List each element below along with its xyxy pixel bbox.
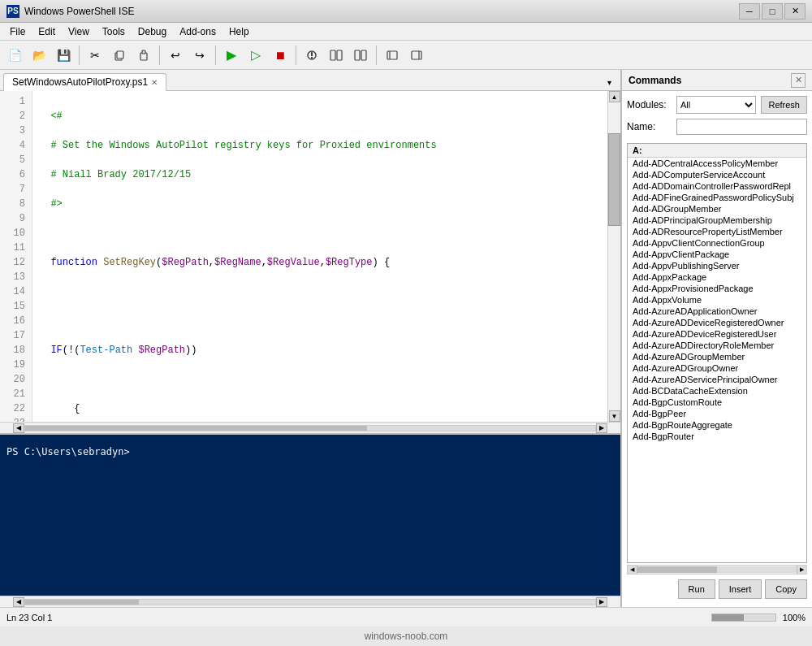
list-item[interactable]: Add-BgpPeer: [628, 408, 806, 419]
commands-panel: Commands ✕ Modules: All ActiveDirectory …: [621, 70, 812, 607]
menu-edit[interactable]: Edit: [32, 24, 62, 39]
list-item[interactable]: Add-AzureADDirectoryRoleMember: [628, 340, 806, 351]
cut-button[interactable]: ✂: [84, 44, 106, 67]
scroll-down-arrow[interactable]: ▼: [609, 410, 620, 422]
menu-view[interactable]: View: [62, 24, 96, 39]
line-num: 10: [3, 226, 25, 241]
list-item[interactable]: Add-AppxPackage: [628, 271, 806, 283]
toolbar-btn-2[interactable]: [325, 44, 348, 67]
line-num: 22: [3, 401, 25, 416]
list-item[interactable]: Add-ADPrincipalGroupMembership: [628, 215, 806, 226]
stop-button[interactable]: ⏹: [269, 44, 292, 67]
toolbar-btn-1[interactable]: [300, 44, 323, 67]
list-item[interactable]: Add-AzureADApplicationOwner: [628, 306, 806, 317]
list-item[interactable]: Add-ADGroupMember: [628, 203, 806, 215]
menu-help[interactable]: Help: [222, 24, 256, 39]
scroll-track[interactable]: [608, 102, 620, 410]
scroll-left-arrow[interactable]: ◀: [13, 423, 24, 433]
horizontal-scrollbar[interactable]: ◀ ▶: [0, 422, 620, 433]
list-item[interactable]: Add-ADCentralAccessPolicyMember: [628, 158, 806, 169]
menu-tools[interactable]: Tools: [96, 24, 132, 39]
undo-button[interactable]: ↩: [164, 44, 187, 67]
tab-close-button[interactable]: ✕: [151, 78, 158, 87]
console-horizontal-scrollbar[interactable]: ◀ ▶: [0, 596, 620, 607]
save-button[interactable]: 💾: [52, 44, 75, 67]
code-content[interactable]: <# # Set the Windows AutoPilot registry …: [32, 91, 607, 422]
line-num: 17: [3, 328, 25, 343]
vertical-scrollbar[interactable]: ▲ ▼: [607, 91, 620, 422]
hscroll-thumb[interactable]: [25, 426, 367, 431]
tab-scroll-right[interactable]: ▾: [601, 74, 617, 90]
list-item[interactable]: Add-AzureADServicePrincipalOwner: [628, 374, 806, 385]
list-item[interactable]: Add-AppvClientPackage: [628, 249, 806, 260]
copy-button[interactable]: [108, 44, 131, 67]
svg-rect-6: [311, 57, 313, 59]
list-item[interactable]: Add-BgpRouter: [628, 431, 806, 442]
list-item[interactable]: Add-AzureADDeviceRegisteredOwner: [628, 317, 806, 328]
insert-cmd-button[interactable]: Insert: [719, 579, 762, 599]
console-prompt: PS C:\Users\sebradyn>: [6, 438, 614, 459]
name-input[interactable]: [676, 119, 807, 135]
toolbar-btn-3[interactable]: [349, 44, 372, 67]
list-item[interactable]: Add-AppxProvisionedPackage: [628, 283, 806, 294]
list-item[interactable]: Add-ADFineGrainedPasswordPolicySubj: [628, 192, 806, 203]
run-button[interactable]: ▶: [220, 44, 243, 67]
run-cmd-button[interactable]: Run: [678, 579, 715, 599]
list-hscroll-track[interactable]: [637, 566, 797, 573]
list-item[interactable]: Add-BgpRouteAggregate: [628, 419, 806, 431]
console-hscroll-track[interactable]: [24, 599, 596, 605]
scroll-up-arrow[interactable]: ▲: [609, 91, 620, 102]
redo-button[interactable]: ↪: [188, 44, 211, 67]
line-num: 12: [3, 255, 25, 270]
list-item[interactable]: Add-AppvPublishingServer: [628, 260, 806, 271]
code-scroll[interactable]: 1 2 3 4 5 6 7 8 9 10 11 12 13 14: [0, 91, 607, 422]
toolbar-btn-5[interactable]: [405, 44, 428, 67]
list-item[interactable]: Add-AzureADDeviceRegisteredUser: [628, 328, 806, 340]
list-scroll-left[interactable]: ◀: [628, 566, 637, 574]
line-num: 11: [3, 241, 25, 255]
new-button[interactable]: 📄: [3, 44, 26, 67]
modules-select[interactable]: All ActiveDirectory AppLocker: [676, 96, 756, 114]
run-selection-button[interactable]: ▷: [244, 44, 267, 67]
line-num: 18: [3, 343, 25, 358]
list-item[interactable]: Add-BCDataCacheExtension: [628, 385, 806, 397]
console-scroll-right[interactable]: ▶: [596, 597, 607, 607]
scroll-thumb[interactable]: [608, 133, 620, 226]
menu-debug[interactable]: Debug: [132, 24, 173, 39]
list-item[interactable]: Add-AppvClientConnectionGroup: [628, 237, 806, 249]
list-item[interactable]: Add-ADResourcePropertyListMember: [628, 226, 806, 237]
hscroll-track[interactable]: [24, 425, 596, 431]
list-scroll-right[interactable]: ▶: [797, 566, 806, 574]
close-button[interactable]: ✕: [784, 3, 806, 20]
command-list[interactable]: A: Add-ADCentralAccessPolicyMember Add-A…: [627, 143, 807, 563]
list-item[interactable]: Add-ADDomainControllerPasswordRepl: [628, 180, 806, 192]
separator-2: [159, 46, 160, 65]
console-hscroll-thumb[interactable]: [25, 600, 139, 605]
console-area[interactable]: PS C:\Users\sebradyn>: [0, 433, 620, 596]
menu-file[interactable]: File: [3, 24, 32, 39]
svg-rect-8: [337, 50, 342, 60]
list-item[interactable]: Add-AzureADGroupOwner: [628, 362, 806, 374]
editor-tab[interactable]: SetWindowsAutoPilotProxy.ps1 ✕: [3, 73, 166, 91]
list-item[interactable]: Add-BgpCustomRoute: [628, 397, 806, 408]
open-button[interactable]: 📂: [28, 44, 50, 67]
command-list-header: A:: [628, 144, 806, 158]
title-bar: PS Windows PowerShell ISE ─ □ ✕: [0, 0, 812, 23]
list-hscroll[interactable]: ◀ ▶: [627, 565, 807, 574]
list-item[interactable]: Add-AppxVolume: [628, 294, 806, 306]
minimize-button[interactable]: ─: [739, 3, 760, 20]
copy-cmd-button[interactable]: Copy: [765, 579, 807, 599]
list-hscroll-thumb[interactable]: [637, 566, 717, 573]
refresh-button[interactable]: Refresh: [761, 96, 807, 114]
paste-button[interactable]: [132, 44, 155, 67]
list-item[interactable]: Add-ADComputerServiceAccount: [628, 169, 806, 180]
line-num: 5: [3, 153, 25, 167]
console-scroll-left[interactable]: ◀: [13, 597, 24, 607]
scroll-right-arrow[interactable]: ▶: [596, 423, 607, 433]
commands-close-button[interactable]: ✕: [791, 73, 806, 88]
toolbar-btn-4[interactable]: [381, 44, 404, 67]
maximize-button[interactable]: □: [762, 3, 783, 20]
menu-addons[interactable]: Add-ons: [173, 24, 222, 39]
list-item[interactable]: Add-AzureADGroupMember: [628, 351, 806, 362]
line-num: 1: [3, 94, 25, 109]
